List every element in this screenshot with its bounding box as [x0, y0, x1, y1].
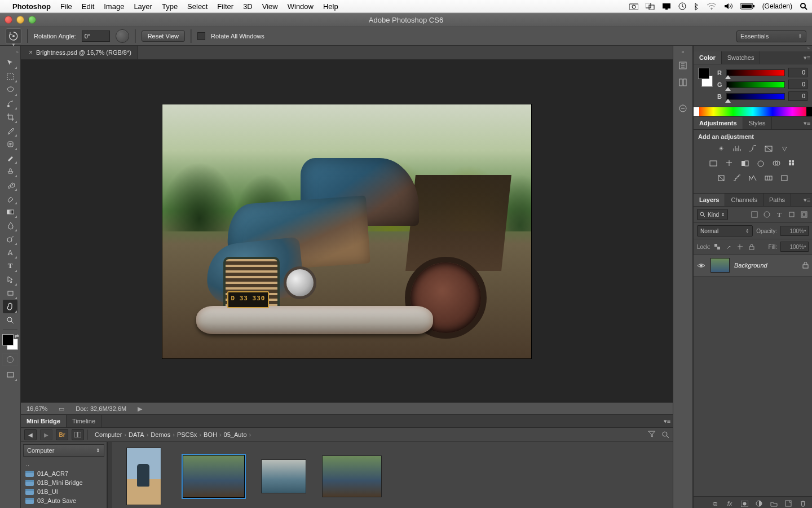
menu-window[interactable]: Window	[288, 2, 314, 11]
folder-item[interactable]: 01B_UI	[21, 487, 107, 496]
timemachine-icon[interactable]	[678, 2, 686, 10]
character-panel-icon[interactable]	[677, 102, 689, 115]
invert-icon[interactable]	[716, 173, 726, 183]
tab-mini-bridge[interactable]: Mini Bridge	[21, 415, 67, 427]
battery-icon[interactable]	[740, 3, 755, 10]
color-swatch-stack[interactable]	[698, 68, 713, 87]
source-selector[interactable]: Computer⇕	[23, 444, 104, 457]
panel-menu-icon[interactable]: ▾≡	[802, 194, 812, 206]
app-menu[interactable]: Photoshop	[12, 2, 51, 11]
levels-icon[interactable]	[732, 143, 742, 154]
path-select-tool[interactable]	[3, 273, 17, 286]
r-value[interactable]: 0	[788, 68, 807, 77]
workspace-switcher[interactable]: Essentials ⇕	[736, 30, 806, 42]
nav-back-button[interactable]: ◀	[24, 429, 37, 440]
menu-type[interactable]: Type	[162, 2, 178, 11]
new-layer-icon[interactable]	[784, 499, 793, 508]
close-tab-icon[interactable]: ×	[29, 49, 33, 56]
dodge-tool[interactable]	[3, 232, 17, 246]
screens-icon[interactable]	[646, 3, 655, 10]
posterize-icon[interactable]	[732, 173, 742, 183]
menu-file[interactable]: File	[60, 2, 72, 11]
color-spectrum[interactable]	[694, 107, 812, 116]
wifi-icon[interactable]	[707, 3, 717, 10]
menu-edit[interactable]: Edit	[82, 2, 94, 11]
lock-position-icon[interactable]	[736, 243, 744, 251]
delete-layer-icon[interactable]	[798, 499, 807, 508]
link-layers-icon[interactable]: ⧉	[710, 499, 720, 508]
curves-icon[interactable]	[748, 143, 758, 154]
folder-item[interactable]: 03_Auto Save	[21, 496, 107, 505]
thumbnail[interactable]	[121, 448, 166, 505]
lock-transparency-icon[interactable]	[714, 243, 722, 251]
hue-sat-icon[interactable]	[708, 158, 718, 168]
b-value[interactable]: 0	[788, 91, 807, 101]
camera-icon[interactable]	[629, 3, 638, 10]
lasso-tool[interactable]	[3, 83, 17, 97]
history-panel-icon[interactable]	[677, 59, 689, 72]
crop-tool[interactable]	[3, 110, 17, 124]
status-menu-arrow[interactable]: ▶	[138, 405, 142, 413]
panel-menu-icon[interactable]: ▾≡	[802, 117, 812, 129]
thumbnail[interactable]	[261, 448, 306, 505]
thumbnail-selected[interactable]	[182, 448, 245, 505]
menu-help[interactable]: Help	[323, 2, 338, 11]
canvas[interactable]: D 33 330	[21, 60, 673, 402]
g-value[interactable]: 0	[788, 80, 807, 89]
filter-smart-icon[interactable]	[800, 210, 809, 219]
lock-image-icon[interactable]	[725, 243, 733, 251]
foreground-swatch[interactable]	[698, 68, 709, 79]
current-tool-indicator[interactable]: ▼	[6, 28, 21, 44]
crumb[interactable]: 05_Auto	[224, 431, 247, 438]
menu-image[interactable]: Image	[104, 2, 124, 11]
pen-tool[interactable]	[3, 246, 17, 259]
tab-paths[interactable]: Paths	[764, 194, 791, 206]
g-slider[interactable]	[726, 81, 785, 88]
status-preview-icon[interactable]: ▭	[59, 405, 64, 413]
layer-row-background[interactable]: Background	[694, 255, 812, 277]
folder-item[interactable]: 01B_Mini Bridge	[21, 478, 107, 487]
screen-mode-button[interactable]	[3, 368, 17, 382]
bridge-button[interactable]: Br	[56, 429, 68, 440]
vibrance-icon[interactable]: ▽	[779, 143, 789, 154]
foreground-color[interactable]	[2, 334, 14, 345]
color-balance-icon[interactable]	[724, 158, 734, 168]
menu-3d[interactable]: 3D	[243, 2, 253, 11]
crumb[interactable]: DATA	[129, 431, 144, 438]
layer-name[interactable]: Background	[734, 262, 767, 269]
marquee-tool[interactable]	[3, 69, 17, 83]
opacity-value[interactable]: 100% ▾	[780, 226, 809, 236]
tab-color[interactable]: Color	[694, 51, 722, 64]
fill-value[interactable]: 100% ▾	[780, 242, 809, 252]
b-slider[interactable]	[726, 93, 785, 100]
brush-tool[interactable]	[3, 151, 17, 164]
reset-view-button[interactable]: Reset View	[142, 30, 185, 42]
layer-fx-icon[interactable]: fx	[725, 499, 734, 508]
spotlight-icon[interactable]	[800, 2, 807, 10]
selective-color-icon[interactable]	[779, 173, 789, 183]
folder-parent[interactable]: ..	[21, 460, 107, 469]
panel-menu-icon[interactable]: ▾≡	[661, 415, 673, 427]
filter-adjust-icon[interactable]	[762, 210, 771, 219]
menu-layer[interactable]: Layer	[134, 2, 152, 11]
color-lookup-icon[interactable]	[787, 158, 797, 168]
new-group-icon[interactable]	[769, 499, 778, 508]
history-brush-tool[interactable]	[3, 178, 17, 191]
tab-layers[interactable]: Layers	[694, 194, 725, 206]
blend-mode-select[interactable]: Normal⇕	[697, 225, 753, 237]
bluetooth-icon[interactable]	[694, 2, 699, 11]
crumb[interactable]: Computer	[95, 431, 122, 438]
hand-tool[interactable]	[3, 300, 17, 313]
tab-swatches[interactable]: Swatches	[722, 51, 761, 64]
type-tool[interactable]: T	[3, 259, 17, 273]
r-slider[interactable]	[726, 69, 785, 76]
channel-mixer-icon[interactable]	[771, 158, 782, 168]
rotate-all-checkbox[interactable]	[197, 32, 205, 40]
properties-panel-icon[interactable]	[677, 76, 689, 89]
menu-select[interactable]: Select	[187, 2, 208, 11]
blur-tool[interactable]	[3, 218, 17, 232]
swap-colors-icon[interactable]: ⇄	[15, 333, 19, 339]
eyedropper-tool[interactable]	[3, 124, 17, 137]
new-adjustment-layer-icon[interactable]	[754, 499, 764, 508]
move-tool[interactable]	[3, 56, 17, 69]
